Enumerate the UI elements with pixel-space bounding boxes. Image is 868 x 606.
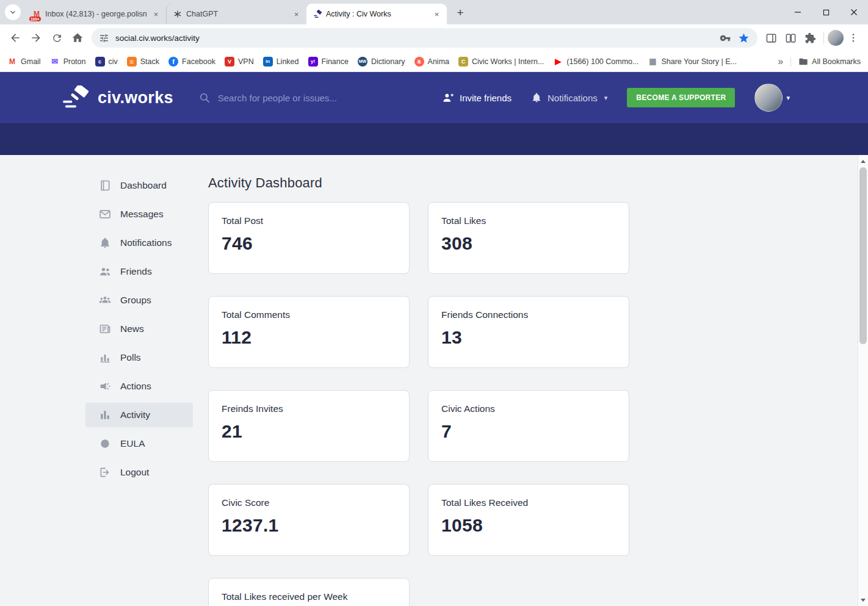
gmail-favicon: M (7, 57, 17, 67)
close-tab-icon[interactable]: × (151, 9, 161, 20)
bookmark-proton[interactable]: ✉Proton (50, 57, 86, 67)
scroll-up-arrow[interactable] (858, 156, 868, 166)
stat-label: Freinds Invites (222, 403, 396, 414)
close-tab-icon[interactable]: × (291, 9, 302, 20)
new-tab-button[interactable]: + (452, 4, 469, 21)
sidebar-item-label: Messages (120, 209, 164, 220)
bookmark-label: Share Your Story | E... (661, 57, 736, 66)
maximize-icon (823, 9, 830, 16)
stat-label: Total Likes (441, 215, 616, 226)
stat-card-total-likes: Total Likes 308 (428, 202, 629, 274)
folder-icon (798, 57, 808, 67)
stat-card-civic-actions: Civic Actions 7 (428, 390, 629, 462)
search-icon (199, 92, 211, 104)
browser-profile-avatar[interactable] (828, 30, 844, 46)
bookmark-vpn[interactable]: VVPN (225, 57, 254, 67)
stat-value: 21 (222, 421, 396, 442)
bookmark-civ[interactable]: cciv (95, 57, 118, 67)
become-supporter-button[interactable]: BECOME A SUPPORTER (627, 88, 735, 107)
bookmark-civic-works[interactable]: CCivic Works | Intern... (458, 57, 544, 67)
sidebar-item-label: Notifications (120, 237, 172, 248)
browser-tab-chatgpt[interactable]: ChatGPT × (166, 4, 306, 24)
window-close-button[interactable] (840, 0, 868, 24)
side-panel-button[interactable] (761, 28, 781, 48)
bookmark-finance[interactable]: y!Finance (308, 57, 349, 67)
page-scrollbar[interactable] (858, 155, 868, 606)
sidebar-item-notifications[interactable]: Notifications (85, 231, 193, 255)
split-screen-button[interactable] (781, 28, 800, 48)
profile-menu-caret-icon[interactable]: ▾ (786, 94, 790, 102)
stat-value: 1237.1 (222, 515, 396, 536)
forward-button[interactable] (26, 27, 46, 48)
back-button[interactable] (5, 27, 26, 48)
civworks-logo-icon (61, 85, 92, 110)
bookmark-facebook[interactable]: fFacebook (168, 57, 215, 67)
url-text[interactable]: social.civ.works/activity (115, 34, 714, 43)
poll-chart-icon (99, 352, 111, 364)
password-manager-button[interactable] (718, 31, 732, 45)
browser-tab-civworks[interactable]: Activity : Civ Works × (306, 4, 447, 24)
reload-button[interactable] (46, 27, 67, 48)
bookmark-linkedin[interactable]: inLinked (263, 57, 299, 67)
bookmark-anima[interactable]: aAnima (414, 57, 449, 67)
stat-label: Friends Connections (441, 309, 616, 320)
site-search (199, 92, 442, 104)
sidebar-item-dashboard[interactable]: Dashboard (85, 173, 193, 198)
vpn-favicon: V (225, 57, 234, 67)
sidebar-item-actions[interactable]: Actions (85, 374, 193, 399)
bookmark-dictionary[interactable]: MWDictionary (358, 57, 405, 67)
stat-value: 746 (222, 233, 396, 254)
stat-card-total-likes-received: Total Likes Received 1058 (428, 484, 629, 556)
user-avatar[interactable] (754, 84, 783, 112)
stat-value: 7 (441, 421, 616, 442)
bookmarks-overflow-button[interactable]: » (773, 56, 788, 67)
bookmark-star-button[interactable] (737, 31, 750, 45)
close-tab-icon[interactable]: × (432, 9, 442, 20)
bookmark-label: civ (109, 57, 118, 66)
sidebar-item-activity[interactable]: Activity (85, 403, 193, 427)
gmail-favicon: M 100+ (32, 9, 42, 19)
minimize-icon (794, 9, 801, 16)
sidebar-item-logout[interactable]: Logout (85, 460, 193, 485)
sidebar-item-friends[interactable]: Friends (85, 259, 193, 284)
groups-icon (99, 294, 111, 306)
sidebar-item-messages[interactable]: Messages (85, 202, 193, 226)
window-minimize-button[interactable] (784, 0, 812, 24)
bell-icon (99, 237, 111, 249)
tab-search-button[interactable] (5, 4, 21, 20)
site-search-input[interactable] (218, 93, 413, 103)
tab-strip: M 100+ Inbox (42,813) - george.polisne ×… (0, 0, 868, 24)
browser-menu-button[interactable] (844, 28, 863, 48)
scroll-down-arrow[interactable] (858, 595, 868, 605)
window-maximize-button[interactable] (812, 0, 840, 24)
bookmark-youtube[interactable]: ▶(1566) 100 Commo... (553, 57, 638, 67)
forward-icon (30, 32, 42, 44)
address-bar[interactable]: social.civ.works/activity (92, 28, 758, 48)
stat-card-civic-score: Civic Score 1237.1 (208, 484, 410, 556)
scrollbar-thumb[interactable] (859, 167, 867, 344)
extensions-button[interactable] (800, 28, 820, 48)
bookmark-label: Anima (428, 57, 449, 66)
notifications-menu[interactable]: Notifications ▾ (531, 92, 607, 103)
browser-tab-gmail[interactable]: M 100+ Inbox (42,813) - george.polisne × (26, 4, 166, 24)
sidebar-item-groups[interactable]: Groups (85, 288, 193, 312)
youtube-favicon: ▶ (553, 57, 563, 67)
sidebar-item-eula[interactable]: EULA (85, 431, 193, 456)
sidebar-item-label: Dashboard (120, 180, 167, 191)
site-settings-icon[interactable] (99, 33, 109, 43)
sidebar-item-label: Groups (120, 295, 151, 306)
tab-title: Activity : Civ Works (326, 10, 428, 18)
chevron-down-icon (9, 8, 17, 16)
bookmark-stack[interactable]: ≡Stack (127, 57, 159, 67)
friends-icon (99, 265, 111, 278)
invite-friends-link[interactable]: Invite friends (442, 92, 512, 104)
sidebar-item-news[interactable]: News (85, 317, 193, 341)
bookmark-share-your-story[interactable]: ▦Share Your Story | E... (648, 57, 736, 67)
bookmark-gmail[interactable]: MGmail (7, 57, 41, 67)
all-bookmarks-button[interactable]: All Bookmarks (790, 57, 861, 67)
megaphone-icon (99, 380, 111, 392)
sidebar-item-polls[interactable]: Polls (85, 345, 193, 370)
home-button[interactable] (67, 27, 88, 48)
civworks-logo[interactable]: civ.works (61, 85, 173, 110)
sidebar-item-label: Logout (120, 467, 149, 478)
